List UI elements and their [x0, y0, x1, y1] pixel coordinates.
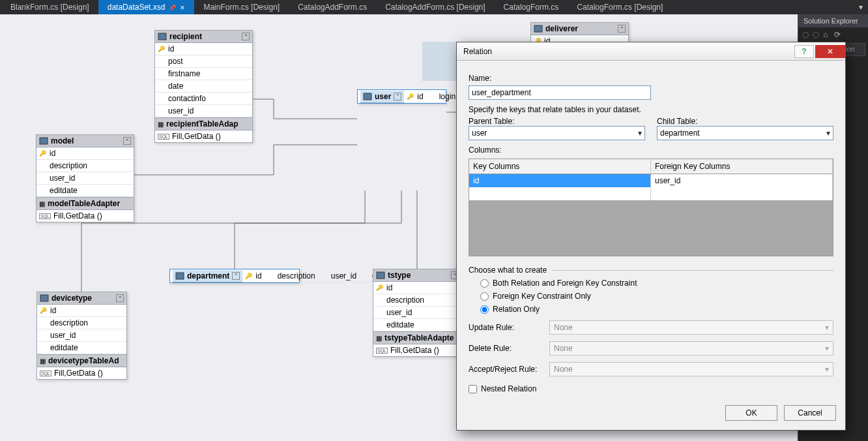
svg-rect-4	[176, 273, 184, 279]
svg-rect-6	[40, 295, 48, 301]
fk-columns-header: Foreign Key Columns	[651, 159, 833, 174]
sql-icon	[40, 371, 51, 376]
table-icon	[40, 294, 49, 302]
hint-text: Specify the keys that relate tables in y…	[469, 105, 833, 114]
key-icon	[158, 46, 164, 52]
table-icon	[39, 137, 48, 145]
table-devicetype[interactable]: devicetype id description user_id editda…	[36, 292, 127, 380]
adapter-icon	[40, 356, 46, 365]
refresh-icon[interactable]: ⟳	[834, 30, 841, 39]
child-table-select[interactable]: department	[657, 126, 833, 140]
collapse-icon[interactable]	[394, 93, 401, 100]
update-rule-select: None	[549, 320, 833, 335]
document-tabstrip: BlankForm.cs [Design] dataDataSet.xsd Ma…	[0, 0, 868, 14]
tab-mainform[interactable]: MainForm.cs [Design]	[194, 0, 289, 14]
key-icon	[40, 307, 46, 314]
solution-explorer-toolbar: ◌ ◌ ⌂ ⟳	[798, 27, 868, 42]
table-user[interactable]: user id login pwd lastlogindate userTabl…	[357, 89, 446, 104]
sql-icon	[158, 134, 169, 140]
table-icon	[175, 272, 184, 280]
table-icon	[534, 25, 543, 33]
home-icon[interactable]: ⌂	[823, 30, 828, 39]
sql-icon	[376, 348, 388, 354]
update-rule-label: Update Rule:	[469, 323, 542, 332]
radio-fk-only[interactable]	[480, 292, 489, 301]
choose-label: Choose what to create	[469, 266, 547, 275]
nav-fwd-icon[interactable]: ◌	[813, 30, 819, 39]
adapter-icon	[376, 333, 382, 342]
svg-rect-2	[364, 93, 371, 100]
svg-rect-3	[534, 25, 542, 32]
parent-table-label: Parent Table:	[469, 117, 645, 126]
tab-catalogform-design[interactable]: CatalogForm.cs [Design]	[568, 0, 672, 14]
table-recipient[interactable]: recipient id post firstname date contact…	[154, 30, 253, 143]
key-icon	[39, 150, 46, 157]
accept-rule-select: None	[549, 362, 833, 376]
collapse-icon[interactable]	[116, 294, 124, 302]
radio-both[interactable]	[480, 279, 489, 288]
fk-column-cell[interactable]: user_id	[651, 174, 833, 187]
solution-explorer-title: Solution Explorer	[798, 14, 868, 27]
accept-rule-label: Accept/Reject Rule:	[469, 365, 542, 374]
tab-overflow-button[interactable]	[856, 3, 863, 12]
table-icon	[158, 33, 167, 40]
collapse-icon[interactable]	[232, 272, 240, 280]
child-table-label: Child Table:	[657, 117, 833, 126]
delete-rule-select: None	[549, 341, 833, 356]
nav-back-icon[interactable]: ◌	[802, 30, 809, 39]
sql-icon	[39, 213, 51, 219]
help-button[interactable]: ?	[794, 45, 814, 58]
nested-relation-checkbox[interactable]	[469, 385, 477, 393]
collapse-icon[interactable]	[123, 137, 131, 145]
adapter-icon	[39, 199, 45, 208]
table-icon	[363, 93, 372, 100]
ok-button[interactable]: OK	[725, 405, 777, 421]
cancel-button[interactable]: Cancel	[784, 405, 836, 421]
dialog-shadow	[422, 42, 459, 81]
key-columns-header: Key Columns	[469, 159, 651, 174]
delete-rule-label: Delete Rule:	[469, 344, 542, 353]
columns-label: Columns:	[469, 145, 833, 155]
name-input[interactable]	[469, 85, 651, 100]
svg-rect-5	[377, 272, 384, 279]
relation-dialog: Relation ? ✕ Name: Specify the keys that…	[456, 42, 846, 431]
key-icon	[407, 93, 413, 100]
table-icon	[376, 271, 385, 279]
key-icon	[245, 273, 252, 279]
collapse-icon[interactable]	[618, 25, 626, 33]
pin-icon[interactable]	[169, 3, 176, 12]
tab-catalogaddform-design[interactable]: CatalogAddForm.cs [Design]	[376, 0, 494, 14]
dialog-titlebar[interactable]: Relation ? ✕	[457, 42, 845, 61]
table-tstype[interactable]: tstype id description user_id editdate t…	[373, 269, 462, 357]
radio-relation-only[interactable]	[480, 305, 489, 314]
tab-datadataset[interactable]: dataDataSet.xsd	[98, 0, 195, 14]
columns-grid[interactable]: Key Columns Foreign Key Columns id user_…	[469, 159, 833, 256]
tab-blankform[interactable]: BlankForm.cs [Design]	[1, 0, 98, 14]
svg-rect-0	[40, 138, 48, 144]
tab-catalogform-cs[interactable]: CatalogForm.cs	[495, 0, 568, 14]
parent-table-select[interactable]: user	[469, 126, 645, 140]
close-button[interactable]: ✕	[815, 45, 845, 58]
svg-rect-1	[158, 33, 166, 40]
tab-catalogaddform-cs[interactable]: CatalogAddForm.cs	[289, 0, 376, 14]
dialog-title: Relation	[463, 47, 793, 56]
key-icon	[376, 284, 383, 291]
table-department[interactable]: department id description user_id editda…	[169, 269, 300, 283]
close-icon[interactable]	[180, 3, 185, 12]
collapse-icon[interactable]	[242, 33, 250, 40]
adapter-icon	[158, 119, 164, 129]
name-label: Name:	[469, 74, 833, 83]
table-model[interactable]: model id description user_id editdate mo…	[36, 134, 134, 222]
key-column-cell[interactable]: id	[469, 174, 651, 187]
